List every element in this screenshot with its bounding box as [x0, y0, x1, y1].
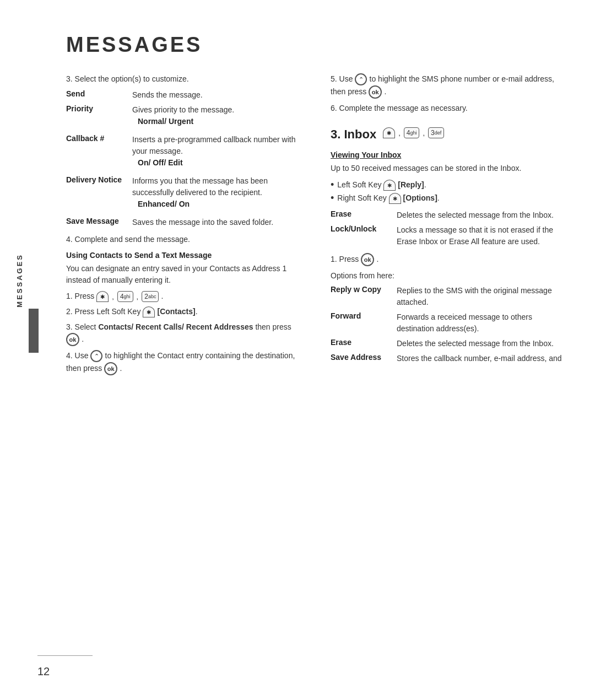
step-i1-period: .	[376, 255, 378, 263]
term-row-save-msg: Save Message Saves the message into the …	[66, 217, 298, 228]
terms-list: Send Sends the message. Priority Gives p…	[66, 89, 298, 228]
right-column: 5. Use ⌃ to highlight the SMS phone numb…	[320, 73, 562, 379]
step-c2-bracket: [Contacts].	[157, 307, 197, 316]
using-contacts-title: Using Contacts to Send a Text Message	[66, 251, 298, 260]
step-c1-period: .	[161, 292, 164, 300]
term-row-delivery: Delivery Notice Informs you that the mes…	[66, 175, 298, 213]
def-reply-copy: Replies to the SMS with the original mes…	[397, 285, 562, 308]
def-save-addr: Stores the callback number, e-mail addre…	[397, 353, 562, 364]
step-c3-text: 3. Select Contacts/ Recent Calls/ Recent…	[66, 322, 291, 331]
bullet-right-text: Right Soft Key ✱ [Options].	[337, 193, 439, 204]
using-contacts-desc: You can designate an entry saved in your…	[66, 263, 298, 286]
bullet-left-row: • Left Soft Key ✱ [Reply].	[331, 180, 562, 191]
viewing-inbox-desc: Up to 50 received messages can be stored…	[331, 163, 562, 174]
term-forward: Forward	[331, 311, 391, 320]
page-number: 12	[37, 665, 50, 678]
key-4ghi: 4 ghi	[117, 291, 133, 302]
star-key-icon: ✱	[96, 291, 109, 302]
bullet-dot-right: •	[331, 193, 334, 204]
step-c1-text: 1. Press	[66, 292, 96, 300]
term-row-forward: Forward Forwards a receiced message to o…	[331, 311, 562, 335]
sidebar-bar	[29, 309, 39, 353]
step-c3-end: .	[82, 335, 84, 343]
term-row-send: Send Sends the message.	[66, 89, 298, 101]
term-save-msg: Save Message	[66, 217, 127, 225]
step-c2-text: 2. Press Left Soft Key	[66, 307, 143, 316]
left-soft-key-bullet: ✱	[383, 180, 396, 191]
bullet-dot-left: •	[331, 180, 334, 191]
term-row-erase: Erase Deletes the selected message from …	[331, 209, 562, 221]
term-row-erase2: Erase Deletes the selected message from …	[331, 338, 562, 349]
term-send: Send	[66, 89, 127, 98]
ok-btn-c4: ok	[104, 362, 117, 375]
term-erase2: Erase	[331, 338, 391, 347]
term-erase: Erase	[331, 209, 391, 218]
priority-sub: Normal/ Urgent	[138, 116, 298, 127]
term-row-callback: Callback # Inserts a pre-programmed call…	[66, 134, 298, 172]
step-c4-text: 4. Use	[66, 351, 90, 360]
bullet-left-text: Left Soft Key ✱ [Reply].	[337, 180, 426, 191]
nav-icon-5: ⌃	[355, 73, 367, 85]
term-row-reply-copy: Reply w Copy Replies to the SMS with the…	[331, 285, 562, 308]
step-i1: 1. Press ok .	[331, 253, 562, 266]
term-lock: Lock/Unlock	[331, 224, 391, 233]
step6-text: 6. Complete the message as necessary.	[331, 104, 468, 112]
left-soft-key-icon-c2: ✱	[143, 306, 155, 317]
ok-btn-i1: ok	[361, 253, 374, 266]
term-save-addr: Save Address	[331, 353, 391, 362]
ok-btn-c3: ok	[66, 333, 79, 346]
def-erase: Deletes the selected message from the In…	[397, 209, 562, 221]
inbox-heading-row: 3. Inbox ✱ , 4 ghi , 3 def	[331, 120, 562, 146]
key-3def-inbox: 3 def	[428, 127, 444, 138]
key-2abc: 2 abc	[142, 291, 159, 302]
step-c1: 1. Press ✱ , 4 ghi , 2 abc .	[66, 290, 298, 302]
term-row-save-addr: Save Address Stores the callback number,…	[331, 353, 562, 364]
inbox-heading: 3. Inbox	[331, 127, 376, 142]
term-delivery: Delivery Notice	[66, 175, 127, 184]
step5: 5. Use ⌃ to highlight the SMS phone numb…	[331, 73, 562, 99]
step5-period: .	[384, 87, 386, 96]
inbox-keys: ✱ , 4 ghi , 3 def	[383, 127, 444, 138]
sidebar-label: MESSAGES	[15, 254, 24, 308]
options-from-here: Options from here:	[331, 270, 562, 282]
right-soft-key-bullet: ✱	[389, 193, 401, 204]
step3-label: 3. Select the option(s) to customize.	[66, 73, 298, 85]
step-i1-text: 1. Press	[331, 255, 361, 263]
viewing-inbox-title: Viewing Your Inbox	[331, 150, 562, 159]
def-erase2: Deletes the selected message from the In…	[397, 338, 562, 349]
step-c1-keys: ✱ , 4 ghi , 2 abc	[96, 291, 159, 302]
def-lock: Locks a message so that it is not erased…	[397, 224, 562, 247]
def-callback: Inserts a pre-programmed callback number…	[132, 134, 298, 172]
content-area: 3. Select the option(s) to customize. Se…	[66, 73, 562, 379]
page-container: MESSAGES MESSAGES 3. Select the option(s…	[0, 0, 595, 700]
step4: 4. Complete and send the message.	[66, 234, 298, 245]
star-key-inbox: ✱	[383, 127, 395, 138]
nav-icon-c4: ⌃	[90, 350, 102, 362]
page-title: MESSAGES	[66, 33, 595, 57]
step-c4: 4. Use ⌃ to highlight the Contact entry …	[66, 350, 298, 375]
def-send: Sends the message.	[132, 89, 298, 101]
key-4ghi-inbox: 4 ghi	[404, 127, 420, 138]
def-save-msg: Saves the message into the saved folder.	[132, 217, 298, 228]
step6: 6. Complete the message as necessary.	[331, 103, 562, 114]
bullet-right-row: • Right Soft Key ✱ [Options].	[331, 193, 562, 204]
def-forward: Forwards a receiced message to others de…	[397, 311, 562, 335]
step-c2: 2. Press Left Soft Key ✱ [Contacts].	[66, 306, 298, 317]
def-delivery: Informs you that the message has been su…	[132, 175, 298, 213]
left-column: 3. Select the option(s) to customize. Se…	[66, 73, 320, 379]
step5-text: 5. Use	[331, 74, 355, 83]
term-priority: Priority	[66, 104, 127, 113]
delivery-sub: Enhanced/ On	[138, 198, 298, 210]
callback-sub: On/ Off/ Edit	[138, 157, 298, 169]
ok-btn-5: ok	[369, 85, 382, 99]
def-priority: Gives priority to the message. Normal/ U…	[132, 104, 298, 131]
step-c4-period: .	[120, 364, 122, 373]
term-callback: Callback #	[66, 134, 127, 143]
term-reply-copy: Reply w Copy	[331, 285, 391, 294]
term-row-lock: Lock/Unlock Locks a message so that it i…	[331, 224, 562, 247]
term-row-priority: Priority Gives priority to the message. …	[66, 104, 298, 131]
divider-line	[37, 655, 93, 656]
step-c3: 3. Select Contacts/ Recent Calls/ Recent…	[66, 321, 298, 346]
